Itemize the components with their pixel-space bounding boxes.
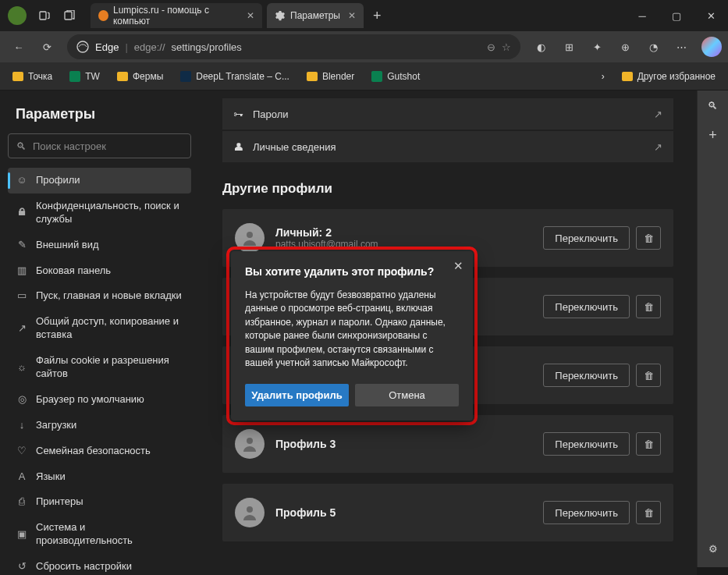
workspaces-icon[interactable] — [34, 5, 55, 26]
switch-profile-button[interactable]: Переключить — [543, 501, 630, 524]
folder-icon — [12, 72, 23, 81]
switch-profile-button[interactable]: Переключить — [543, 295, 630, 318]
nav-label: Система и производительность — [36, 521, 183, 548]
performance-icon[interactable]: ◔ — [641, 34, 666, 59]
nav-printers[interactable]: ⎙Принтеры — [8, 489, 191, 515]
nav-label: Сбросить настройки — [36, 560, 132, 573]
refresh-button[interactable]: ⟳ — [34, 34, 59, 59]
bookmark-item[interactable]: TW — [63, 68, 106, 85]
url-prefix: edge:// — [134, 41, 165, 53]
tab-actions-icon[interactable] — [59, 5, 80, 26]
switch-profile-button[interactable]: Переключить — [543, 432, 630, 456]
external-link-icon: ↗ — [654, 141, 662, 153]
personal-info-row[interactable]: 👤︎ Личные сведения ↗ — [222, 131, 673, 162]
new-tab-button[interactable]: + — [373, 8, 382, 24]
settings-search[interactable]: 🔍︎ Поиск настроек — [8, 133, 191, 158]
passwords-row[interactable]: 🗝︎ Пароли ↗ — [222, 98, 673, 130]
address-bar[interactable]: Edge | edge://settings/profiles ⊖ ☆ — [67, 34, 520, 59]
folder-icon — [117, 72, 128, 81]
nav-cookies[interactable]: ☼Файлы cookie и разрешения сайтов — [8, 348, 191, 387]
copilot-button[interactable] — [701, 37, 722, 57]
delete-profile-button[interactable]: 🗑︎ — [636, 295, 661, 318]
nav-sidebar[interactable]: ▥Боковая панель — [8, 258, 191, 284]
tab-lumpics[interactable]: Lumpics.ru - помощь с компьют ✕ — [91, 3, 262, 28]
extensions-icon[interactable]: ⊞ — [556, 34, 581, 59]
lock-icon: 🔒︎ — [16, 206, 28, 219]
nav-default[interactable]: ◎Браузер по умолчанию — [8, 387, 191, 413]
nav-label: Внешний вид — [36, 239, 99, 252]
close-window-button[interactable]: ✕ — [694, 0, 728, 31]
favorites-icon[interactable]: ✦ — [584, 34, 609, 59]
nav-label: Пуск, главная и новые вкладки — [36, 289, 182, 303]
brush-icon: ✎ — [16, 239, 28, 252]
nav-appearance[interactable]: ✎Внешний вид — [8, 232, 191, 258]
switch-profile-button[interactable]: Переключить — [543, 226, 630, 250]
maximize-button[interactable]: ▢ — [659, 0, 694, 31]
search-icon[interactable]: 🔍︎ — [708, 100, 718, 112]
dialog-body-text: На устройстве будут безвозвратно удалены… — [245, 289, 459, 370]
bookmark-label: Фермы — [133, 71, 163, 82]
window-titlebar: Lumpics.ru - помощь с компьют ✕ Параметр… — [0, 0, 728, 31]
search-placeholder: Поиск настроек — [33, 140, 106, 152]
system-icon: ▣ — [16, 528, 28, 541]
settings-sidebar: Параметры 🔍︎ Поиск настроек ☺Профили 🔒︎К… — [0, 91, 199, 575]
edge-sidebar: 🔍︎ + ⚙ — [697, 91, 728, 567]
cancel-button[interactable]: Отмена — [355, 384, 459, 406]
nav-downloads[interactable]: ↓Загрузки — [8, 413, 191, 438]
bookmark-folder[interactable]: Фермы — [111, 68, 169, 85]
nav-start[interactable]: ▭Пуск, главная и новые вкладки — [8, 283, 191, 309]
tab-settings[interactable]: Параметры ✕ — [267, 3, 364, 28]
delete-profile-button[interactable]: 🗑︎ — [636, 364, 661, 387]
bookmark-item[interactable]: DeepL Translate – C... — [174, 68, 296, 85]
nav-label: Браузер по умолчанию — [36, 393, 144, 406]
bookmark-folder[interactable]: Точка — [6, 68, 59, 85]
minimize-button[interactable]: ─ — [625, 0, 659, 31]
favorite-icon[interactable]: ☆ — [502, 41, 511, 53]
add-icon[interactable]: + — [708, 127, 717, 144]
confirm-delete-button[interactable]: Удалить профиль — [245, 384, 349, 406]
delete-profile-button[interactable]: 🗑︎ — [636, 432, 661, 456]
cookie-icon: ☼ — [16, 361, 28, 374]
zoom-icon[interactable]: ⊖ — [487, 41, 495, 53]
nav-system[interactable]: ▣Система и производительность — [8, 515, 191, 554]
folder-icon — [307, 72, 318, 81]
nav-family[interactable]: ♡Семейная безопасность — [8, 438, 191, 464]
nav-label: Боковая панель — [36, 264, 111, 278]
tab-title: Параметры — [290, 10, 340, 21]
back-button[interactable]: ← — [6, 34, 31, 59]
collections-icon[interactable]: ⊕ — [613, 34, 637, 59]
profile-name: Профиль 5 — [275, 506, 336, 519]
url-scheme: Edge — [95, 41, 119, 53]
panel-icon: ▥ — [16, 264, 28, 278]
close-icon[interactable]: ✕ — [247, 10, 254, 21]
bookmark-label: TW — [85, 71, 100, 82]
tracking-icon[interactable]: ◐ — [528, 34, 553, 59]
bookmark-label: Другое избранное — [637, 71, 716, 82]
svg-rect-1 — [65, 12, 72, 20]
delete-profile-button[interactable]: 🗑︎ — [636, 226, 661, 250]
profile-avatar[interactable] — [8, 6, 27, 25]
nav-label: Профили — [36, 174, 80, 187]
bookmark-item[interactable]: Gutshot — [365, 68, 426, 85]
gear-icon — [275, 10, 286, 21]
delete-profile-button[interactable]: 🗑︎ — [636, 501, 661, 524]
switch-profile-button[interactable]: Переключить — [543, 364, 630, 387]
other-bookmarks[interactable]: Другое избранное — [616, 68, 722, 85]
dialog-close-button[interactable]: ✕ — [453, 259, 463, 273]
profile-card: Профиль 5 Переключить 🗑︎ — [222, 484, 673, 541]
nav-share[interactable]: ↗Общий доступ, копирование и вставка — [8, 309, 191, 348]
gear-icon[interactable]: ⚙ — [708, 543, 718, 555]
nav-privacy[interactable]: 🔒︎Конфиденциальность, поиск и службы — [8, 193, 191, 232]
nav-languages[interactable]: AЯзыки — [8, 464, 191, 490]
nav-profiles[interactable]: ☺Профили — [8, 168, 191, 193]
profile-name: Личный: 2 — [275, 226, 378, 239]
menu-icon[interactable]: ⋯ — [669, 34, 694, 59]
bookmark-label: DeepL Translate – C... — [196, 71, 289, 82]
bookmark-label: Gutshot — [387, 71, 420, 82]
sheet-icon — [69, 71, 80, 82]
nav-reset[interactable]: ↺Сбросить настройки — [8, 554, 191, 575]
bookmarks-bar: Точка TW Фермы DeepL Translate – C... Bl… — [0, 62, 728, 91]
bookmark-overflow[interactable]: › — [595, 68, 611, 85]
close-icon[interactable]: ✕ — [348, 10, 356, 21]
bookmark-folder[interactable]: Blender — [300, 68, 360, 85]
